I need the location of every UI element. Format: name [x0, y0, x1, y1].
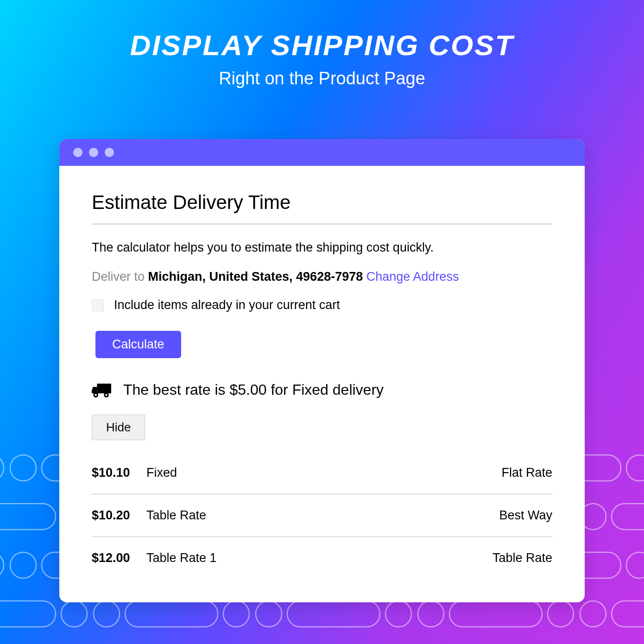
rate-row: $12.00 Table Rate 1 Table Rate — [92, 537, 552, 579]
svg-point-28 — [0, 552, 4, 578]
rates-table: $10.10 Fixed Flat Rate $10.20 Table Rate… — [92, 452, 552, 579]
rate-name: Table Rate — [146, 508, 499, 523]
window-control-close[interactable] — [73, 148, 82, 157]
svg-point-50 — [385, 601, 411, 627]
include-cart-row: Include items already in your current ca… — [92, 298, 552, 312]
rate-price: $12.00 — [92, 551, 146, 565]
rate-type: Best Way — [499, 508, 552, 523]
svg-rect-46 — [125, 601, 218, 627]
rate-row: $10.20 Table Rate Best Way — [92, 494, 552, 537]
window-body: Estimate Delivery Time The calculator he… — [59, 166, 585, 602]
svg-point-58 — [95, 394, 97, 396]
rate-name: Fixed — [146, 466, 501, 480]
svg-rect-55 — [612, 601, 644, 627]
rate-type: Table Rate — [492, 551, 552, 565]
calculate-button[interactable]: Calculate — [95, 331, 181, 358]
include-cart-label: Include items already in your current ca… — [114, 298, 340, 312]
rate-name: Table Rate 1 — [146, 551, 492, 565]
svg-rect-52 — [449, 601, 542, 627]
svg-point-44 — [61, 601, 87, 627]
rate-price: $10.10 — [92, 466, 146, 480]
svg-point-60 — [105, 394, 107, 396]
window-control-minimize[interactable] — [89, 148, 98, 157]
svg-point-51 — [418, 601, 444, 627]
deliver-line: Deliver to Michigan, United States, 4962… — [92, 270, 552, 284]
window-control-maximize[interactable] — [105, 148, 114, 157]
svg-rect-56 — [97, 384, 111, 393]
svg-point-45 — [94, 601, 120, 627]
panel-title: Estimate Delivery Time — [92, 191, 552, 224]
best-rate-row: The best rate is $5.00 for Fixed deliver… — [92, 381, 552, 398]
description: The calculator helps you to estimate the… — [92, 240, 552, 255]
svg-rect-49 — [287, 601, 380, 627]
svg-rect-15 — [0, 504, 56, 530]
svg-point-54 — [580, 601, 606, 627]
rate-price: $10.20 — [92, 508, 146, 523]
header: DISPLAY SHIPPING COST Right on the Produ… — [0, 0, 644, 88]
hide-button[interactable]: Hide — [92, 415, 145, 440]
svg-point-53 — [548, 601, 574, 627]
svg-point-29 — [10, 552, 36, 578]
svg-rect-27 — [612, 504, 644, 530]
svg-point-0 — [0, 455, 4, 481]
svg-rect-43 — [0, 601, 56, 627]
window-titlebar — [59, 139, 585, 166]
app-window: Estimate Delivery Time The calculator he… — [59, 139, 585, 602]
header-title: DISPLAY SHIPPING COST — [0, 29, 644, 62]
change-address-link[interactable]: Change Address — [366, 270, 459, 284]
svg-point-48 — [256, 601, 282, 627]
best-rate-text: The best rate is $5.00 for Fixed deliver… — [123, 381, 384, 398]
truck-icon — [92, 382, 111, 398]
header-subtitle: Right on the Product Page — [0, 69, 644, 88]
svg-point-40 — [626, 552, 644, 578]
deliver-prefix: Deliver to — [92, 270, 148, 284]
deliver-location: Michigan, United States, 49628-7978 — [148, 270, 363, 284]
svg-point-1 — [10, 455, 36, 481]
include-cart-checkbox[interactable] — [92, 299, 104, 311]
rate-type: Flat Rate — [501, 466, 552, 480]
svg-point-47 — [223, 601, 249, 627]
svg-point-12 — [626, 455, 644, 481]
rate-row: $10.10 Fixed Flat Rate — [92, 452, 552, 494]
